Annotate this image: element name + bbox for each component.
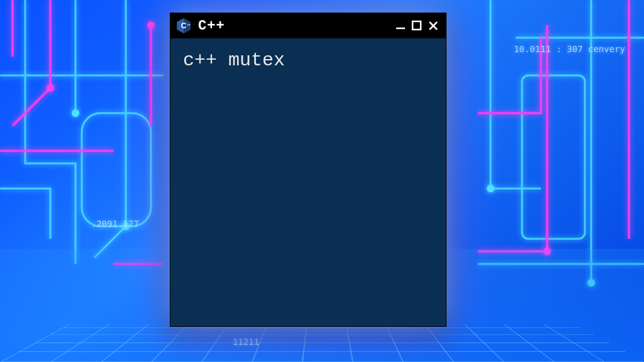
terminal-body[interactable]: c++ mutex xyxy=(170,38,446,326)
svg-point-6 xyxy=(147,21,155,29)
close-icon xyxy=(428,20,439,31)
cpp-logo-icon: C ++ xyxy=(175,18,192,34)
svg-rect-0 xyxy=(82,113,151,226)
svg-point-4 xyxy=(487,185,494,192)
deco-text-top-right: 10.0111 : 307 cenvery xyxy=(514,44,625,54)
svg-point-2 xyxy=(72,109,79,117)
svg-rect-14 xyxy=(413,21,421,30)
maximize-icon xyxy=(411,20,423,31)
titlebar[interactable]: C ++ C++ xyxy=(170,13,446,38)
svg-text:C: C xyxy=(181,21,187,30)
terminal-window: C ++ C++ c++ mutex xyxy=(170,13,447,327)
window-controls xyxy=(393,18,441,33)
minimize-icon xyxy=(395,20,406,31)
deco-text-mid-left: .2091.177 xyxy=(91,219,139,229)
maximize-button[interactable] xyxy=(409,18,425,33)
svg-rect-1 xyxy=(522,75,585,239)
svg-text:++: ++ xyxy=(187,23,191,26)
terminal-text: c++ mutex xyxy=(183,50,285,71)
svg-point-8 xyxy=(47,84,54,92)
window-title: C++ xyxy=(198,18,387,34)
deco-text-bottom: 11211 xyxy=(233,337,259,347)
minimize-button[interactable] xyxy=(393,18,408,33)
close-button[interactable] xyxy=(426,18,441,33)
